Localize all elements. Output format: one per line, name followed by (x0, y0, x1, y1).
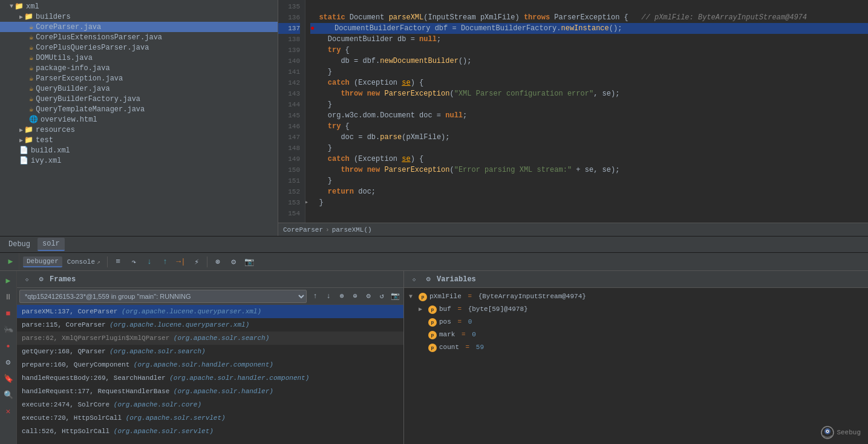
settings-button[interactable]: ⚙ (226, 255, 241, 269)
tree-domutils[interactable]: ☕ DOMUtils.java (0, 53, 278, 63)
thread-gear-btn[interactable]: ⚙ (362, 290, 374, 302)
tree-querybuilder[interactable]: ☕ QueryBuilder.java (0, 83, 278, 94)
frame-item-9[interactable]: execute:720, HttpSolrCall (org.apache.so… (17, 411, 403, 425)
frame-9-fn: execute:720, HttpSolrCall (22, 413, 126, 423)
tree-build-xml-label: build.xml (31, 146, 70, 155)
thread-down-btn[interactable]: ↓ (322, 290, 334, 302)
frame-item-5[interactable]: prepare:160, QueryComponent (org.apache.… (17, 358, 403, 371)
tree-test-folder[interactable]: ▶ 📁 test (0, 135, 278, 145)
var-count[interactable]: p count = 59 (404, 341, 868, 354)
java-icon-coreparser: ☕ (29, 22, 33, 31)
frame-item-6[interactable]: handleRequestBody:269, SearchHandler (or… (17, 371, 403, 385)
folder-test-arrow: ▶ (19, 137, 23, 144)
step-out-button[interactable]: ↑ (158, 255, 172, 269)
var-mark-val: 0 (472, 330, 476, 340)
breadcrumb: CoreParser › parseXML() (278, 223, 868, 236)
toolbar-tab-debugger[interactable]: Debugger (23, 256, 62, 267)
folder-resources-arrow: ▶ (19, 126, 23, 134)
frame-8-fn: execute:2474, SolrCore (22, 400, 114, 410)
vars-list: ▼ p pXmlFile = {ByteArrayInputStream@497… (404, 288, 868, 444)
vars-settings-btn[interactable]: ⚙ (422, 273, 434, 286)
var-pos[interactable]: p pos = 0 (404, 316, 868, 328)
tree-builders-folder[interactable]: ▶ 📁 builders (0, 11, 278, 22)
tree-querybuilderfactory[interactable]: ☕ QueryBuilderFactory.java (0, 94, 278, 104)
thread-filter-btn[interactable]: ⊛ (336, 290, 348, 302)
thread-expand-btn[interactable]: ⊕ (349, 290, 361, 302)
show-all-button[interactable]: ≡ (111, 255, 125, 269)
tree-coreplusqueries[interactable]: ☕ CorePlusQueriesParser.java (0, 42, 278, 53)
side-resume-icon[interactable]: ▶ (1, 273, 16, 288)
tree-build-xml[interactable]: 📄 build.xml (0, 145, 278, 155)
code-line-143: throw new ParserException("XML Parser co… (310, 88, 868, 99)
tree-overview[interactable]: 🌐 overview.html (0, 114, 278, 125)
side-bookmark-icon[interactable]: 🔖 (1, 371, 16, 386)
side-ant-icon[interactable]: 🐜 (1, 322, 16, 337)
side-breakpoint-icon[interactable]: ● (1, 339, 16, 353)
frame-item-1[interactable]: parseXML:137, CoreParser (org.apache.luc… (17, 305, 403, 318)
side-pause-icon[interactable]: ⏸ (1, 290, 16, 304)
var-buf[interactable]: ▶ p buf = {byte[59]@4978} (404, 303, 868, 316)
tree-parserexception[interactable]: ☕ ParserException.java (0, 73, 278, 83)
frame-item-10[interactable]: call:526, HttpSolrCall (org.apache.solr.… (17, 425, 403, 438)
var-mark[interactable]: p mark = 0 (404, 328, 868, 341)
frame-item-2[interactable]: parse:115, CoreParser (org.apache.lucene… (17, 318, 403, 331)
xml-icon-build: 📄 (19, 146, 28, 155)
var-pxmlfile[interactable]: ▼ p pXmlFile = {ByteArrayInputStream@497… (404, 290, 868, 303)
step-into-button[interactable]: ↓ (142, 255, 157, 269)
tree-querytemplatemanager-label: QueryTemplateManager.java (36, 105, 145, 114)
tree-overview-label: overview.html (41, 116, 97, 124)
html-icon-overview: 🌐 (29, 115, 38, 124)
var-pos-icon: p (428, 318, 437, 327)
filter-button[interactable]: ⊛ (210, 255, 225, 269)
toolbar-tab-console[interactable]: Console ↗ (64, 257, 104, 267)
folder-builders-icon: 📁 (24, 12, 33, 21)
step-over-button[interactable]: ↷ (126, 255, 141, 269)
side-stop-icon[interactable]: ■ (1, 306, 16, 321)
tab-solr[interactable]: solr (38, 238, 65, 251)
frame-item-7[interactable]: handleRequest:177, RequestHandlerBase (o… (17, 385, 403, 398)
tab-debug[interactable]: Debug (4, 238, 35, 250)
camera-button[interactable]: 📷 (242, 255, 256, 269)
debug-section: Debug solr ▶ Debugger Console ↗ ≡ ↷ ↓ ↑ … (0, 236, 868, 444)
thread-selector[interactable]: *qtp1524126153-23*@1,559 in group "main"… (19, 290, 307, 303)
var-pos-val: 0 (468, 317, 472, 327)
side-close-icon[interactable]: ✕ (1, 404, 16, 419)
frames-collapse-btn[interactable]: ⬦ (21, 273, 33, 286)
code-line-142: catch (Exception se) { (310, 77, 868, 88)
code-line-146: try { (310, 121, 868, 132)
java-icon-queries: ☕ (29, 43, 33, 52)
toolbar-separator-2 (207, 256, 207, 267)
java-icon-qtm: ☕ (29, 105, 33, 114)
tree-resources-folder[interactable]: ▶ 📁 resources (0, 125, 278, 135)
tree-coreplusextensions[interactable]: ☕ CorePlusExtensionsParser.java (0, 32, 278, 42)
frames-settings-btn[interactable]: ⚙ (35, 273, 47, 286)
side-filter-icon[interactable]: 🔍 (1, 388, 16, 402)
frame-item-8[interactable]: execute:2474, SolrCore (org.apache.solr.… (17, 398, 403, 411)
code-line-144: } (310, 99, 868, 110)
tree-querybuilderfactory-label: QueryBuilderFactory.java (36, 95, 140, 103)
thread-restore-btn[interactable]: ↺ (376, 290, 388, 302)
code-line-151: } (310, 175, 868, 186)
tree-xml-folder[interactable]: ▼ 📁 xml (0, 1, 278, 11)
tree-querytemplatemanager[interactable]: ☕ QueryTemplateManager.java (0, 104, 278, 114)
variables-panel-title: Variables (437, 275, 476, 284)
tree-coreparser[interactable]: ☕ CoreParser.java (0, 22, 278, 32)
frame-item-4[interactable]: getQuery:168, QParser (org.apache.solr.s… (17, 345, 403, 358)
tree-package-info[interactable]: ☕ package-info.java (0, 63, 278, 73)
vars-collapse-btn[interactable]: ⬦ (408, 273, 420, 286)
thread-photo-btn[interactable]: 📷 (389, 290, 401, 302)
thread-up-btn[interactable]: ↑ (309, 290, 321, 302)
tree-ivy-xml[interactable]: 📄 ivy.xml (0, 155, 278, 166)
file-tree: ▼ 📁 xml ▶ 📁 builders ☕ CoreParser.java ☕… (0, 0, 278, 236)
debug-panels: ▶ ⏸ ■ 🐜 ● ⚙ 🔖 🔍 ✕ ⬦ ⚙ Frames *qtp1524126… (0, 271, 868, 444)
frame-item-3[interactable]: parse:62, XmlQParserPlugin$XmlQParser (o… (17, 331, 403, 345)
side-gear-icon[interactable]: ⚙ (1, 355, 16, 370)
resume-icon[interactable]: ▶ (4, 254, 18, 269)
run-to-cursor-button[interactable]: →| (174, 255, 188, 269)
frame-2-fn: parse:115, CoreParser (22, 320, 109, 330)
thread-buttons: ↑ ↓ ⊛ ⊕ ⚙ ↺ 📷 (309, 290, 401, 302)
frame-7-class: (org.apache.solr.handler) (174, 387, 273, 396)
code-content: 135 136 137 138 139 140 141 142 143 144 … (278, 0, 868, 223)
tree-querybuilder-label: QueryBuilder.java (36, 85, 109, 93)
evaluate-button[interactable]: ⚡ (189, 255, 204, 269)
